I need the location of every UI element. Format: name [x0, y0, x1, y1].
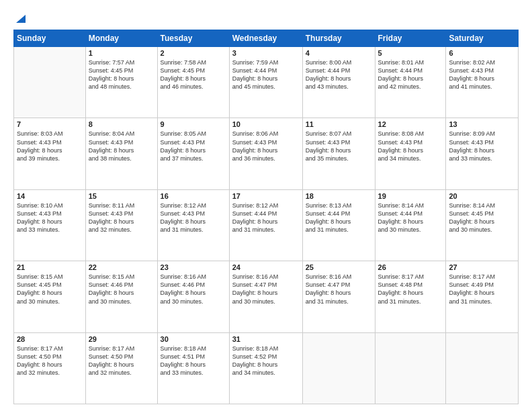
calendar-cell: 21Sunrise: 8:15 AMSunset: 4:45 PMDayligh… [14, 261, 86, 332]
day-number: 7 [17, 120, 83, 128]
calendar-cell: 26Sunrise: 8:17 AMSunset: 4:48 PMDayligh… [375, 261, 446, 332]
day-number: 19 [378, 192, 443, 200]
logo-icon [15, 12, 27, 24]
calendar-cell: 12Sunrise: 8:08 AMSunset: 4:43 PMDayligh… [375, 118, 446, 189]
calendar-week-row: 21Sunrise: 8:15 AMSunset: 4:45 PMDayligh… [14, 261, 519, 332]
day-number: 23 [161, 263, 226, 271]
day-number: 30 [161, 335, 226, 343]
calendar-cell: 5Sunrise: 8:01 AMSunset: 4:44 PMDaylight… [375, 47, 446, 118]
calendar-cell: 19Sunrise: 8:14 AMSunset: 4:44 PMDayligh… [375, 189, 446, 261]
cell-info: Sunrise: 8:12 AMSunset: 4:43 PMDaylight:… [161, 201, 226, 234]
day-number: 9 [161, 120, 226, 128]
calendar-cell: 9Sunrise: 8:05 AMSunset: 4:43 PMDaylight… [157, 118, 229, 189]
calendar-cell: 7Sunrise: 8:03 AMSunset: 4:43 PMDaylight… [14, 118, 86, 189]
day-number: 24 [232, 263, 300, 271]
calendar-day-header-monday: Monday [85, 30, 157, 47]
day-number: 12 [378, 120, 443, 128]
calendar-header-row: SundayMondayTuesdayWednesdayThursdayFrid… [14, 30, 519, 47]
cell-info: Sunrise: 8:04 AMSunset: 4:43 PMDaylight:… [89, 130, 154, 163]
cell-info: Sunrise: 8:16 AMSunset: 4:47 PMDaylight:… [306, 273, 372, 306]
cell-info: Sunrise: 8:07 AMSunset: 4:43 PMDaylight:… [306, 130, 372, 163]
cell-info: Sunrise: 8:09 AMSunset: 4:43 PMDaylight:… [449, 130, 515, 163]
calendar-cell: 20Sunrise: 8:14 AMSunset: 4:45 PMDayligh… [446, 189, 519, 261]
calendar-cell: 13Sunrise: 8:09 AMSunset: 4:43 PMDayligh… [446, 118, 519, 189]
day-number: 25 [306, 263, 372, 271]
calendar-cell: 18Sunrise: 8:13 AMSunset: 4:44 PMDayligh… [302, 189, 375, 261]
cell-info: Sunrise: 8:03 AMSunset: 4:43 PMDaylight:… [17, 130, 83, 163]
calendar-cell: 8Sunrise: 8:04 AMSunset: 4:43 PMDaylight… [85, 118, 157, 189]
cell-info: Sunrise: 8:00 AMSunset: 4:44 PMDaylight:… [306, 58, 372, 91]
cell-info: Sunrise: 8:17 AMSunset: 4:49 PMDaylight:… [449, 273, 515, 306]
calendar-week-row: 28Sunrise: 8:17 AMSunset: 4:50 PMDayligh… [14, 332, 519, 404]
cell-info: Sunrise: 8:14 AMSunset: 4:44 PMDaylight:… [378, 201, 443, 234]
calendar-week-row: 7Sunrise: 8:03 AMSunset: 4:43 PMDaylight… [14, 118, 519, 189]
calendar-cell: 6Sunrise: 8:02 AMSunset: 4:43 PMDaylight… [446, 47, 519, 118]
day-number: 1 [89, 49, 154, 57]
calendar-cell: 2Sunrise: 7:58 AMSunset: 4:45 PMDaylight… [157, 47, 229, 118]
calendar-table: SundayMondayTuesdayWednesdayThursdayFrid… [13, 30, 519, 404]
cell-info: Sunrise: 7:58 AMSunset: 4:45 PMDaylight:… [161, 58, 226, 91]
day-number: 29 [89, 335, 154, 343]
day-number: 4 [306, 49, 372, 57]
day-number: 18 [306, 192, 372, 200]
cell-info: Sunrise: 8:17 AMSunset: 4:50 PMDaylight:… [17, 345, 83, 377]
cell-info: Sunrise: 8:11 AMSunset: 4:43 PMDaylight:… [89, 201, 154, 234]
calendar-cell: 15Sunrise: 8:11 AMSunset: 4:43 PMDayligh… [85, 189, 157, 261]
calendar-cell: 27Sunrise: 8:17 AMSunset: 4:49 PMDayligh… [446, 261, 519, 332]
calendar-week-row: 14Sunrise: 8:10 AMSunset: 4:43 PMDayligh… [14, 189, 519, 261]
cell-info: Sunrise: 8:17 AMSunset: 4:48 PMDaylight:… [378, 273, 443, 306]
day-number: 31 [232, 335, 300, 343]
cell-info: Sunrise: 8:06 AMSunset: 4:43 PMDaylight:… [232, 130, 300, 163]
cell-info: Sunrise: 8:18 AMSunset: 4:52 PMDaylight:… [232, 345, 300, 377]
day-number: 6 [449, 49, 515, 57]
calendar-day-header-friday: Friday [375, 30, 446, 47]
calendar-cell [14, 47, 86, 118]
day-number: 15 [89, 192, 154, 200]
day-number: 13 [449, 120, 515, 128]
calendar-cell: 24Sunrise: 8:16 AMSunset: 4:47 PMDayligh… [229, 261, 302, 332]
calendar-cell [375, 332, 446, 404]
calendar-cell: 17Sunrise: 8:12 AMSunset: 4:44 PMDayligh… [229, 189, 302, 261]
svg-marker-0 [16, 15, 26, 23]
cell-info: Sunrise: 8:16 AMSunset: 4:46 PMDaylight:… [161, 273, 226, 306]
day-number: 27 [449, 263, 515, 271]
day-number: 2 [161, 49, 226, 57]
day-number: 5 [378, 49, 443, 57]
cell-info: Sunrise: 8:02 AMSunset: 4:43 PMDaylight:… [449, 58, 515, 91]
calendar-cell: 3Sunrise: 7:59 AMSunset: 4:44 PMDaylight… [229, 47, 302, 118]
cell-info: Sunrise: 8:14 AMSunset: 4:45 PMDaylight:… [449, 201, 515, 234]
calendar-cell: 31Sunrise: 8:18 AMSunset: 4:52 PMDayligh… [229, 332, 302, 404]
day-number: 10 [232, 120, 300, 128]
day-number: 26 [378, 263, 443, 271]
day-number: 8 [89, 120, 154, 128]
calendar-cell: 28Sunrise: 8:17 AMSunset: 4:50 PMDayligh… [14, 332, 86, 404]
calendar-week-row: 1Sunrise: 7:57 AMSunset: 4:45 PMDaylight… [14, 47, 519, 118]
cell-info: Sunrise: 8:18 AMSunset: 4:51 PMDaylight:… [161, 345, 226, 377]
cell-info: Sunrise: 8:05 AMSunset: 4:43 PMDaylight:… [161, 130, 226, 163]
cell-info: Sunrise: 8:01 AMSunset: 4:44 PMDaylight:… [378, 58, 443, 91]
calendar-cell: 22Sunrise: 8:15 AMSunset: 4:46 PMDayligh… [85, 261, 157, 332]
calendar-day-header-tuesday: Tuesday [157, 30, 229, 47]
calendar-cell: 1Sunrise: 7:57 AMSunset: 4:45 PMDaylight… [85, 47, 157, 118]
cell-info: Sunrise: 8:08 AMSunset: 4:43 PMDaylight:… [378, 130, 443, 163]
cell-info: Sunrise: 7:59 AMSunset: 4:44 PMDaylight:… [232, 58, 300, 91]
calendar-day-header-wednesday: Wednesday [229, 30, 302, 47]
day-number: 22 [89, 263, 154, 271]
logo [13, 12, 27, 24]
day-number: 14 [17, 192, 83, 200]
day-number: 28 [17, 335, 83, 343]
cell-info: Sunrise: 7:57 AMSunset: 4:45 PMDaylight:… [89, 58, 154, 91]
cell-info: Sunrise: 8:10 AMSunset: 4:43 PMDaylight:… [17, 201, 83, 234]
calendar-cell: 29Sunrise: 8:17 AMSunset: 4:50 PMDayligh… [85, 332, 157, 404]
day-number: 3 [232, 49, 300, 57]
calendar-day-header-saturday: Saturday [446, 30, 519, 47]
calendar-cell: 11Sunrise: 8:07 AMSunset: 4:43 PMDayligh… [302, 118, 375, 189]
calendar-cell: 30Sunrise: 8:18 AMSunset: 4:51 PMDayligh… [157, 332, 229, 404]
cell-info: Sunrise: 8:15 AMSunset: 4:45 PMDaylight:… [17, 273, 83, 306]
calendar-cell [446, 332, 519, 404]
day-number: 16 [161, 192, 226, 200]
cell-info: Sunrise: 8:17 AMSunset: 4:50 PMDaylight:… [89, 345, 154, 377]
calendar-day-header-sunday: Sunday [14, 30, 86, 47]
calendar-cell [302, 332, 375, 404]
page: SundayMondayTuesdayWednesdayThursdayFrid… [0, 0, 532, 411]
